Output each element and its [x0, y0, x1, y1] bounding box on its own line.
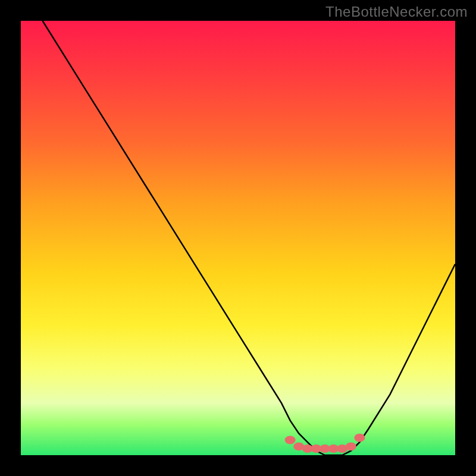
- valley-marker: [285, 436, 296, 444]
- valley-marker: [354, 434, 365, 442]
- curve-svg: [21, 21, 455, 455]
- valley-marker: [346, 442, 356, 450]
- valley-markers: [285, 434, 365, 453]
- watermark-text: TheBottleNecker.com: [325, 4, 468, 20]
- bottleneck-curve: [43, 21, 456, 455]
- plot-area: [21, 21, 455, 455]
- chart-frame: TheBottleNecker.com: [0, 0, 476, 476]
